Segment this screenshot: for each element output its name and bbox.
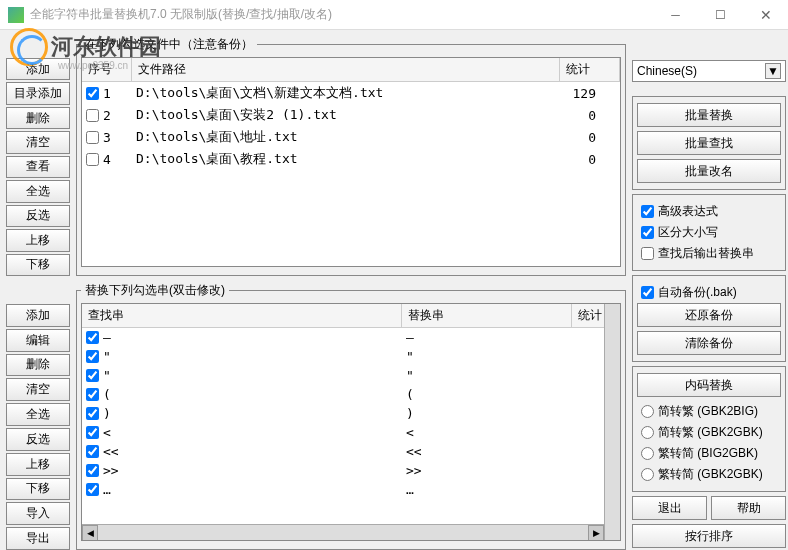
exit-button[interactable]: 退出: [632, 496, 707, 520]
replace-string: …: [406, 482, 556, 497]
batch-rename-button[interactable]: 批量改名: [637, 159, 781, 183]
invert-button[interactable]: 反选: [6, 205, 70, 227]
row-checkbox[interactable]: [86, 483, 99, 496]
move-down-button[interactable]: 下移: [6, 254, 70, 276]
row-checkbox[interactable]: [86, 426, 99, 439]
clear-button[interactable]: 清空: [6, 131, 70, 153]
language-value: Chinese(S): [637, 64, 697, 78]
row-checkbox[interactable]: [86, 369, 99, 382]
rule-clear-button[interactable]: 清空: [6, 378, 70, 401]
rule-edit-button[interactable]: 编辑: [6, 329, 70, 352]
find-string: ": [103, 349, 111, 364]
horizontal-scrollbar[interactable]: ◀ ▶: [82, 524, 604, 540]
rule-row[interactable]: ((: [82, 385, 620, 404]
auto-backup-checkbox[interactable]: 自动备份(.bak): [637, 282, 781, 303]
col-header-path[interactable]: 文件路径: [132, 58, 560, 81]
rule-select-all-button[interactable]: 全选: [6, 403, 70, 426]
rule-row[interactable]: "": [82, 366, 620, 385]
col-header-seq[interactable]: 序号: [82, 58, 132, 81]
rule-import-button[interactable]: 导入: [6, 502, 70, 525]
scroll-left-icon[interactable]: ◀: [82, 525, 98, 541]
rule-move-up-button[interactable]: 上移: [6, 453, 70, 476]
delete-button[interactable]: 删除: [6, 107, 70, 129]
row-checkbox[interactable]: [86, 464, 99, 477]
close-button[interactable]: ✕: [743, 0, 788, 30]
batch-find-button[interactable]: 批量查找: [637, 131, 781, 155]
rule-invert-button[interactable]: 反选: [6, 428, 70, 451]
row-checkbox[interactable]: [86, 87, 99, 100]
minimize-button[interactable]: ─: [653, 0, 698, 30]
col-header-stat[interactable]: 统计: [560, 58, 620, 81]
file-row[interactable]: 4D:\tools\桌面\教程.txt0: [82, 148, 620, 170]
restore-backup-button[interactable]: 还原备份: [637, 303, 781, 327]
window-title: 全能字符串批量替换机7.0 无限制版(替换/查找/抽取/改名): [30, 6, 332, 23]
batch-replace-button[interactable]: 批量替换: [637, 103, 781, 127]
row-checkbox[interactable]: [86, 388, 99, 401]
select-all-button[interactable]: 全选: [6, 180, 70, 202]
encoding-replace-button[interactable]: 内码替换: [637, 373, 781, 397]
dropdown-icon: ▼: [765, 63, 781, 79]
file-list[interactable]: 序号 文件路径 统计 1D:\tools\桌面\文档\新建文本文档.txt129…: [81, 57, 621, 267]
file-row[interactable]: 2D:\tools\桌面\安装2 (1).txt0: [82, 104, 620, 126]
sort-by-line-button[interactable]: 按行排序: [632, 524, 786, 548]
file-row[interactable]: 1D:\tools\桌面\文档\新建文本文档.txt129: [82, 82, 620, 104]
enc-radio-2[interactable]: 简转繁 (GBK2GBK): [637, 422, 781, 443]
find-string: <: [103, 425, 111, 440]
rule-row[interactable]: "": [82, 347, 620, 366]
maximize-button[interactable]: ☐: [698, 0, 743, 30]
replace-string: ": [406, 349, 556, 364]
rule-list[interactable]: 查找串 替换串 统计 ——""""(())<<<<<<>>>>…… ◀ ▶: [81, 303, 621, 541]
rule-row[interactable]: <<<<: [82, 442, 620, 461]
row-checkbox[interactable]: [86, 445, 99, 458]
rule-move-down-button[interactable]: 下移: [6, 478, 70, 501]
clear-backup-button[interactable]: 清除备份: [637, 331, 781, 355]
vertical-scrollbar[interactable]: [604, 304, 620, 540]
rule-row[interactable]: >>>>: [82, 461, 620, 480]
add-dir-button[interactable]: 目录添加: [6, 82, 70, 104]
rule-row[interactable]: ……: [82, 480, 620, 499]
col-header-repl[interactable]: 替换串: [402, 304, 572, 327]
enc-radio-3[interactable]: 繁转简 (BIG2GBK): [637, 443, 781, 464]
file-stat: 0: [556, 152, 616, 167]
row-checkbox[interactable]: [86, 331, 99, 344]
titlebar: 全能字符串批量替换机7.0 无限制版(替换/查找/抽取/改名) ─ ☐ ✕: [0, 0, 788, 30]
help-button[interactable]: 帮助: [711, 496, 786, 520]
find-string: ": [103, 368, 111, 383]
file-path: D:\tools\桌面\文档\新建文本文档.txt: [136, 84, 556, 102]
file-list-legend: 在下列勾选文件中（注意备份）: [81, 36, 257, 53]
output-after-checkbox[interactable]: 查找后输出替换串: [637, 243, 781, 264]
row-checkbox[interactable]: [86, 109, 99, 122]
find-string: (: [103, 387, 111, 402]
replace-string: <: [406, 425, 556, 440]
row-checkbox[interactable]: [86, 407, 99, 420]
rule-export-button[interactable]: 导出: [6, 527, 70, 550]
replace-string: <<: [406, 444, 556, 459]
row-checkbox[interactable]: [86, 153, 99, 166]
file-list-fieldset: 在下列勾选文件中（注意备份） 序号 文件路径 统计 1D:\tools\桌面\文…: [76, 36, 626, 276]
move-up-button[interactable]: 上移: [6, 229, 70, 251]
file-row[interactable]: 3D:\tools\桌面\地址.txt0: [82, 126, 620, 148]
enc-radio-4[interactable]: 繁转简 (GBK2GBK): [637, 464, 781, 485]
rule-buttons-column: 添加 编辑 删除 清空 全选 反选 上移 下移 导入 导出: [6, 282, 70, 550]
rule-delete-button[interactable]: 删除: [6, 354, 70, 377]
adv-expr-checkbox[interactable]: 高级表达式: [637, 201, 781, 222]
row-checkbox[interactable]: [86, 350, 99, 363]
rule-row[interactable]: <<: [82, 423, 620, 442]
view-button[interactable]: 查看: [6, 156, 70, 178]
language-select[interactable]: Chinese(S) ▼: [632, 60, 786, 82]
replace-string: ": [406, 368, 556, 383]
find-string: —: [103, 330, 111, 345]
case-sens-checkbox[interactable]: 区分大小写: [637, 222, 781, 243]
rule-list-fieldset: 替换下列勾选串(双击修改) 查找串 替换串 统计 ——""""(())<<<<<…: [76, 282, 626, 550]
rule-add-button[interactable]: 添加: [6, 304, 70, 327]
row-checkbox[interactable]: [86, 131, 99, 144]
col-header-find[interactable]: 查找串: [82, 304, 402, 327]
scroll-right-icon[interactable]: ▶: [588, 525, 604, 541]
replace-string: —: [406, 330, 556, 345]
rule-row[interactable]: ——: [82, 328, 620, 347]
add-button[interactable]: 添加: [6, 58, 70, 80]
find-string: >>: [103, 463, 119, 478]
enc-radio-1[interactable]: 简转繁 (GBK2BIG): [637, 401, 781, 422]
rule-row[interactable]: )): [82, 404, 620, 423]
file-stat: 0: [556, 130, 616, 145]
